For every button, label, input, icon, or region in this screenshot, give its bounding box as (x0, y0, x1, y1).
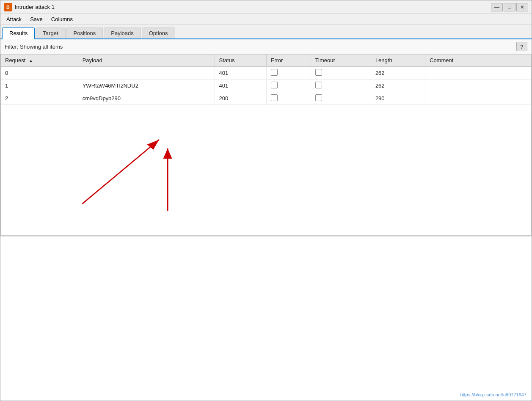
main-window: B Intruder attack 1 — □ ✕ Attack Save Co… (0, 0, 532, 401)
table-row[interactable]: 1YWRtaW46MTIzNDU2401262 (1, 80, 531, 92)
help-button[interactable]: ? (516, 42, 527, 51)
tab-bar: Results Target Positions Payloads Option… (0, 25, 532, 39)
window-title: Intruder attack 1 (15, 4, 491, 10)
tab-options[interactable]: Options (142, 27, 175, 38)
filter-bar: Filter: Showing all items ? (0, 39, 532, 54)
cell-status: 401 (215, 66, 266, 80)
col-header-request[interactable]: Request ▲ (1, 55, 78, 66)
menu-bar: Attack Save Columns (0, 14, 532, 25)
cell-error[interactable] (266, 80, 311, 92)
table-row[interactable]: 0401262 (1, 66, 531, 80)
title-bar: B Intruder attack 1 — □ ✕ (0, 0, 532, 14)
tab-results[interactable]: Results (2, 27, 35, 39)
table-row[interactable]: 2cm9vdDpyb290200290 (1, 92, 531, 105)
sort-arrow-request: ▲ (29, 58, 33, 63)
title-controls: — □ ✕ (491, 3, 528, 11)
cell-timeout[interactable] (311, 92, 371, 105)
cell-comment (425, 66, 531, 80)
cell-request: 0 (1, 66, 78, 80)
col-header-comment[interactable]: Comment (425, 55, 531, 66)
cell-payload (78, 66, 215, 80)
results-table: Request ▲ Payload Status Error (1, 55, 531, 105)
filter-text: Filter: Showing all items (5, 44, 63, 50)
cell-request: 1 (1, 80, 78, 92)
cell-length: 262 (371, 80, 425, 92)
tab-target[interactable]: Target (36, 27, 65, 38)
cell-payload: cm9vdDpyb290 (78, 92, 215, 105)
cell-status: 401 (215, 80, 266, 92)
table-header-row: Request ▲ Payload Status Error (1, 55, 531, 66)
cell-payload: YWRtaW46MTIzNDU2 (78, 80, 215, 92)
svg-line-2 (82, 140, 159, 204)
table-body: 04012621YWRtaW46MTIzNDU24012622cm9vdDpyb… (1, 66, 531, 105)
checkbox-indicator[interactable] (271, 82, 278, 88)
col-header-payload[interactable]: Payload (78, 55, 215, 66)
cell-request: 2 (1, 92, 78, 105)
menu-columns[interactable]: Columns (47, 15, 77, 24)
cell-length: 262 (371, 66, 425, 80)
bottom-pane: https://blog.csdn.net/a80771947 (0, 236, 532, 401)
col-header-error[interactable]: Error (266, 55, 311, 66)
cell-error[interactable] (266, 66, 311, 80)
menu-attack[interactable]: Attack (2, 15, 26, 24)
cell-comment (425, 80, 531, 92)
tab-positions[interactable]: Positions (66, 27, 103, 38)
minimize-button[interactable]: — (491, 3, 503, 11)
close-button[interactable]: ✕ (516, 3, 528, 11)
col-header-timeout[interactable]: Timeout (311, 55, 371, 66)
results-table-container[interactable]: Request ▲ Payload Status Error (0, 54, 532, 236)
checkbox-indicator[interactable] (315, 82, 322, 88)
col-header-status[interactable]: Status (215, 55, 266, 66)
app-icon: B (4, 3, 12, 11)
cell-comment (425, 92, 531, 105)
cell-timeout[interactable] (311, 80, 371, 92)
cell-timeout[interactable] (311, 66, 371, 80)
watermark: https://blog.csdn.net/a80771947 (460, 392, 526, 397)
col-header-length[interactable]: Length (371, 55, 425, 66)
menu-save[interactable]: Save (26, 15, 47, 24)
cell-length: 290 (371, 92, 425, 105)
table-wrapper: Request ▲ Payload Status Error (0, 54, 532, 401)
tab-payloads[interactable]: Payloads (104, 27, 141, 38)
checkbox-indicator[interactable] (315, 94, 322, 101)
checkbox-indicator[interactable] (315, 69, 322, 76)
checkbox-indicator[interactable] (271, 94, 278, 101)
maximize-button[interactable]: □ (504, 3, 515, 11)
cell-status: 200 (215, 92, 266, 105)
cell-error[interactable] (266, 92, 311, 105)
checkbox-indicator[interactable] (271, 69, 278, 76)
main-content: Request ▲ Payload Status Error (0, 54, 532, 401)
